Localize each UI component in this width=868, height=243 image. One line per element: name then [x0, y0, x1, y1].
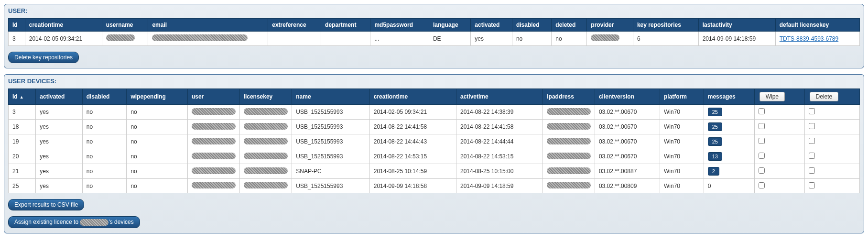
device-cell-wipepending: no: [127, 120, 188, 134]
wipe-checkbox[interactable]: [759, 138, 765, 144]
device-cell-delete: [804, 105, 859, 120]
devices-th-user[interactable]: user: [187, 89, 239, 105]
user-panel: USER: Id creationtime username email ext…: [4, 4, 864, 68]
device-cell-wipe: [754, 134, 804, 149]
device-cell-ipaddress: [543, 105, 595, 120]
redacted-device-licensekey: [244, 138, 288, 144]
assign-licence-button[interactable]: Assign existing licence to 's devices: [8, 216, 140, 228]
export-csv-button[interactable]: Export results to CSV file: [8, 199, 84, 210]
device-cell-disabled: no: [82, 105, 127, 120]
device-cell-disabled: no: [82, 164, 127, 179]
user-th-lastactivity[interactable]: lastactivity: [698, 19, 775, 32]
device-cell-activetime: 2014-08-22 14:41:58: [456, 120, 542, 134]
device-cell-messages: 25: [704, 134, 754, 149]
devices-th-name[interactable]: name: [292, 89, 369, 105]
devices-panel-title: USER DEVICES:: [8, 77, 860, 85]
device-row: 19 yes no no USB_1525155993 2014-08-22 1…: [9, 134, 860, 149]
user-th-id[interactable]: Id: [9, 19, 25, 32]
delete-checkbox[interactable]: [809, 182, 815, 188]
redacted-device-user: [192, 167, 236, 174]
delete-checkbox[interactable]: [809, 123, 815, 129]
devices-th-disabled[interactable]: disabled: [82, 89, 127, 105]
wipe-checkbox[interactable]: [759, 123, 765, 129]
device-cell-messages: 13: [704, 149, 754, 164]
device-cell-clientversion: 03.02.**.00887: [595, 164, 660, 179]
user-cell-disabled: no: [512, 32, 551, 46]
user-th-deleted[interactable]: deleted: [552, 19, 587, 32]
user-cell-md5password: ...: [370, 32, 429, 46]
devices-th-activetime[interactable]: activetime: [456, 89, 542, 105]
devices-th-platform[interactable]: platform: [660, 89, 704, 105]
user-panel-title: USER:: [8, 7, 860, 14]
devices-th-activated[interactable]: activated: [36, 89, 82, 105]
messages-badge[interactable]: 25: [708, 122, 722, 131]
messages-badge[interactable]: 13: [708, 152, 722, 161]
user-th-email[interactable]: email: [148, 19, 268, 32]
device-cell-activetime: 2014-08-22 14:53:15: [456, 149, 542, 164]
device-cell-licensekey: [239, 134, 292, 149]
device-row: 3 yes no no USB_1525155993 2014-02-05 09…: [9, 105, 860, 120]
device-cell-delete: [804, 134, 859, 149]
device-cell-messages: 25: [704, 120, 754, 134]
messages-badge[interactable]: 25: [708, 108, 722, 116]
device-cell-clientversion: 03.02.**.00670: [595, 105, 660, 120]
devices-th-delete: Delete: [804, 89, 859, 105]
redacted-device-user: [192, 123, 236, 130]
devices-th-ipaddress[interactable]: ipaddress: [543, 89, 595, 105]
redacted-device-ip: [547, 138, 591, 144]
redacted-device-licensekey: [244, 108, 288, 115]
wipe-checkbox[interactable]: [759, 153, 765, 159]
wipe-checkbox[interactable]: [759, 108, 765, 114]
device-cell-user: [187, 105, 239, 120]
device-cell-licensekey: [239, 179, 292, 193]
delete-header-button[interactable]: Delete: [810, 92, 839, 101]
user-th-activated[interactable]: activated: [471, 19, 512, 32]
delete-checkbox[interactable]: [809, 167, 815, 174]
wipe-header-button[interactable]: Wipe: [760, 92, 785, 101]
device-cell-creationtime: 2014-08-22 14:53:15: [369, 149, 456, 164]
user-th-extreference[interactable]: extreference: [268, 19, 321, 32]
device-cell-activated: yes: [36, 149, 82, 164]
messages-badge[interactable]: 25: [708, 137, 722, 146]
user-th-md5password[interactable]: md5password: [370, 19, 429, 32]
device-cell-id: 21: [9, 164, 36, 179]
delete-checkbox[interactable]: [809, 138, 815, 144]
licensekey-link[interactable]: TDTS-8839-4593-6789: [780, 35, 838, 42]
redacted-device-ip: [547, 108, 591, 115]
device-cell-platform: Win70: [660, 149, 704, 164]
wipe-checkbox[interactable]: [759, 182, 765, 188]
redacted-email: [152, 34, 248, 41]
devices-th-creationtime[interactable]: creationtime: [369, 89, 456, 105]
device-cell-id: 20: [9, 149, 36, 164]
user-cell-email: [148, 32, 268, 46]
device-cell-clientversion: 03.02.**.00809: [595, 179, 660, 193]
user-th-username[interactable]: username: [102, 19, 148, 32]
delete-checkbox[interactable]: [809, 153, 815, 159]
devices-th-wipepending[interactable]: wipepending: [127, 89, 188, 105]
user-th-language[interactable]: language: [429, 19, 470, 32]
user-th-provider[interactable]: provider: [587, 19, 633, 32]
delete-key-repos-button[interactable]: Delete key repositories: [8, 52, 79, 63]
device-cell-messages: 0: [704, 179, 754, 193]
user-th-creationtime[interactable]: creationtime: [25, 19, 102, 32]
user-cell-lastactivity: 2014-09-09 14:18:59: [698, 32, 775, 46]
device-cell-clientversion: 03.02.**.00670: [595, 120, 660, 134]
device-cell-name: USB_1525155993: [292, 105, 369, 120]
user-th-department[interactable]: department: [321, 19, 370, 32]
redacted-device-ip: [547, 182, 591, 188]
devices-th-id[interactable]: Id: [9, 89, 36, 105]
user-th-keyrepos[interactable]: key repositories: [633, 19, 698, 32]
devices-th-clientversion[interactable]: clientversion: [595, 89, 660, 105]
redacted-device-ip: [547, 153, 591, 159]
devices-th-messages[interactable]: messages: [704, 89, 754, 105]
device-cell-licensekey: [239, 105, 292, 120]
messages-badge[interactable]: 2: [708, 167, 719, 176]
device-cell-activated: yes: [36, 179, 82, 193]
redacted-username: [106, 34, 135, 41]
wipe-checkbox[interactable]: [759, 167, 765, 174]
user-cell-id: 3: [9, 32, 25, 46]
user-th-licensekey[interactable]: default licensekey: [775, 19, 859, 32]
delete-checkbox[interactable]: [809, 108, 815, 114]
user-th-disabled[interactable]: disabled: [512, 19, 551, 32]
devices-th-licensekey[interactable]: licensekey: [239, 89, 292, 105]
